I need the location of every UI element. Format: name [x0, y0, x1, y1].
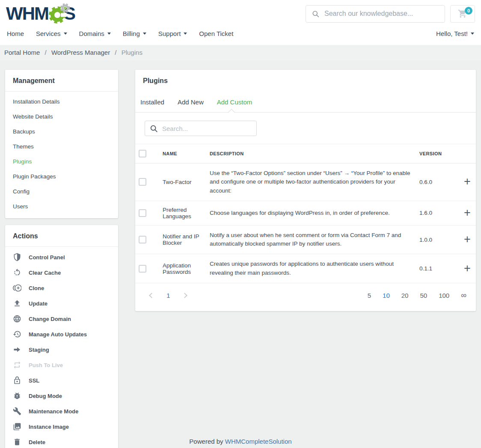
sidebar-item-config[interactable]: Config [5, 184, 118, 199]
action-ssl[interactable]: SSL [5, 373, 118, 388]
shield-half-icon [13, 253, 21, 261]
add-plugin-button[interactable]: + [464, 235, 471, 243]
row-checkbox[interactable] [139, 236, 146, 243]
table-row: Preferred Languages Choose languages for… [135, 201, 476, 225]
nav-item-billing[interactable]: Billing [122, 28, 147, 39]
action-instance-image[interactable]: Instance Image [5, 419, 118, 434]
page-number[interactable]: 1 [166, 292, 170, 299]
select-all-checkbox[interactable] [139, 150, 146, 157]
chevron-down-icon [184, 33, 187, 35]
logo-text-whm: WHM [6, 5, 48, 23]
sidebar-item-installation-details[interactable]: Installation Details [5, 94, 118, 109]
main-nav: Home Services Domains Billing Support Op… [0, 26, 481, 45]
tab-add-custom[interactable]: Add Custom [217, 93, 252, 112]
chevron-down-icon [64, 33, 67, 35]
action-push-to-live: Push To Live [5, 357, 118, 373]
footer-link[interactable]: WHMCompleteSolution [225, 438, 292, 445]
chevron-down-icon [471, 33, 474, 35]
tab-installed[interactable]: Installed [140, 93, 164, 112]
breadcrumb: Portal Home / WordPress Manager / Plugin… [0, 45, 481, 60]
add-plugin-button[interactable]: + [464, 264, 471, 273]
chevron-down-icon [107, 33, 111, 35]
whmcs-logo[interactable]: WHM S [6, 4, 75, 24]
action-staging[interactable]: Staging [5, 342, 118, 357]
cart-button[interactable]: 0 [450, 5, 475, 23]
image-stack-icon [13, 422, 21, 431]
rotate-left-icon [13, 268, 21, 277]
plugin-version: 0.1.1 [416, 254, 459, 283]
footer: Powered by WHMCompleteSolution [0, 438, 481, 445]
sidebar-item-plugins[interactable]: Plugins [5, 154, 118, 169]
column-header-name: NAME [159, 144, 206, 163]
add-plugin-button[interactable]: + [464, 177, 471, 186]
plugin-name: Notifier and IP Blocker [159, 225, 206, 254]
pagination: 1 5 10 20 50 100 ∞ [135, 283, 476, 311]
plugin-name: Two-Factor [159, 163, 206, 201]
action-clone[interactable]: Clone [5, 280, 118, 296]
table-row: Application Passwords Creates unique pas… [135, 254, 476, 283]
plugins-search-input[interactable] [162, 125, 252, 132]
nav-item-home[interactable]: Home [6, 28, 25, 39]
management-panel: Management Installation Details Website … [5, 70, 118, 218]
nav-item-domains[interactable]: Domains [78, 28, 112, 39]
plugin-description: Creates unique passwords for application… [206, 254, 416, 283]
breadcrumb-portal-home[interactable]: Portal Home [4, 49, 40, 56]
action-control-panel[interactable]: Control Panel [5, 249, 118, 265]
page-size-50[interactable]: 50 [420, 292, 427, 299]
table-row: Notifier and IP Blocker Notify a user ab… [135, 225, 476, 254]
sidebar-item-website-details[interactable]: Website Details [5, 109, 118, 124]
knowledgebase-search-input[interactable] [324, 10, 439, 18]
plugins-panel-title: Plugins [135, 70, 476, 91]
next-page-chevron-icon[interactable] [182, 293, 187, 298]
action-change-domain[interactable]: Change Domain [5, 311, 118, 326]
left-sidebar: Management Installation Details Website … [5, 70, 118, 448]
search-icon [312, 10, 319, 18]
previous-page-chevron-icon[interactable] [149, 293, 154, 298]
table-row: Two-Factor Use the “Two-Factor Options” … [135, 163, 476, 201]
sidebar-item-backups[interactable]: Backups [5, 124, 118, 139]
history-clock-icon [13, 330, 21, 338]
action-update[interactable]: Update [5, 296, 118, 311]
plugins-table: NAME DESCRIPTION VERSION Two-Factor Use … [135, 144, 476, 283]
bug-icon [13, 392, 21, 400]
page-size-10[interactable]: 10 [383, 292, 390, 299]
wrench-icon [13, 407, 21, 415]
search-icon [150, 125, 158, 133]
sidebar-item-users[interactable]: Users [5, 199, 118, 214]
row-checkbox[interactable] [139, 265, 146, 273]
padlock-icon [13, 376, 21, 385]
action-maintenance-mode[interactable]: Maintenance Mode [5, 403, 118, 419]
footer-text: Powered by [189, 438, 225, 445]
add-plugin-button[interactable]: + [464, 208, 471, 217]
breadcrumb-wordpress-manager[interactable]: WordPress Manager [51, 49, 110, 56]
sidebar-item-plugin-packages[interactable]: Plugin Packages [5, 169, 118, 184]
plugin-description: Choose languages for displaying WordPres… [206, 201, 416, 225]
plugin-description: Use the “Two-Factor Options” section und… [206, 163, 416, 201]
arrow-right-icon [13, 345, 21, 354]
nav-item-services[interactable]: Services [35, 28, 68, 39]
page-size-100[interactable]: 100 [439, 292, 449, 299]
tab-add-new[interactable]: Add New [178, 93, 204, 112]
plugins-search [145, 121, 257, 136]
plugin-version: 1.6.0 [416, 201, 459, 225]
plugins-panel: Plugins Installed Add New Add Custom [135, 70, 476, 311]
user-menu[interactable]: Hello, Test! [435, 28, 475, 39]
column-header-description: DESCRIPTION [206, 144, 416, 163]
plugin-version: 0.6.0 [416, 163, 459, 201]
action-manage-auto-updates[interactable]: Manage Auto Updates [5, 326, 118, 342]
page-size-5[interactable]: 5 [368, 292, 371, 299]
row-checkbox[interactable] [139, 178, 146, 186]
row-checkbox[interactable] [139, 209, 146, 217]
page-size-20[interactable]: 20 [401, 292, 409, 299]
upload-icon [13, 299, 21, 308]
page-size-all[interactable]: ∞ [461, 291, 466, 300]
table-header-row: NAME DESCRIPTION VERSION [135, 144, 476, 163]
action-debug-mode[interactable]: Debug Mode [5, 388, 118, 403]
action-clear-cache[interactable]: Clear Cache [5, 265, 118, 280]
management-panel-title: Management [5, 70, 118, 92]
sidebar-item-themes[interactable]: Themes [5, 139, 118, 154]
nav-item-support[interactable]: Support [157, 28, 188, 39]
breadcrumb-plugins: Plugins [122, 49, 143, 56]
nav-item-open-ticket[interactable]: Open Ticket [198, 28, 234, 39]
chevron-down-icon [143, 33, 146, 35]
